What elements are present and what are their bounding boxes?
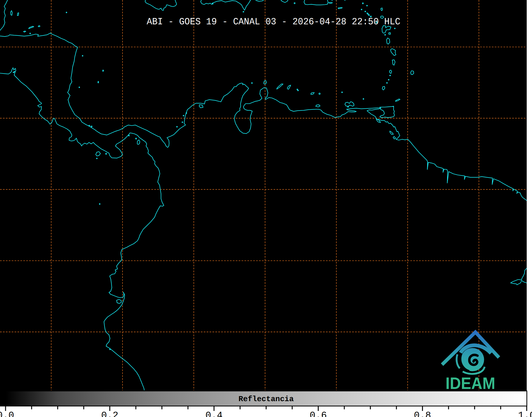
svg-text:Reflectancia: Reflectancia — [239, 395, 294, 404]
svg-text:IDEAM: IDEAM — [445, 374, 495, 393]
svg-text:0.6: 0.6 — [310, 410, 327, 417]
svg-text:ABI - GOES 19 - CANAL 03 - 202: ABI - GOES 19 - CANAL 03 - 2026-04-28 22… — [147, 16, 401, 27]
svg-text:0.2: 0.2 — [101, 410, 119, 417]
svg-text:0.0: 0.0 — [0, 410, 14, 417]
svg-text:0.4: 0.4 — [206, 410, 223, 417]
svg-text:1.0: 1.0 — [518, 410, 532, 417]
svg-text:0.8: 0.8 — [414, 410, 431, 417]
